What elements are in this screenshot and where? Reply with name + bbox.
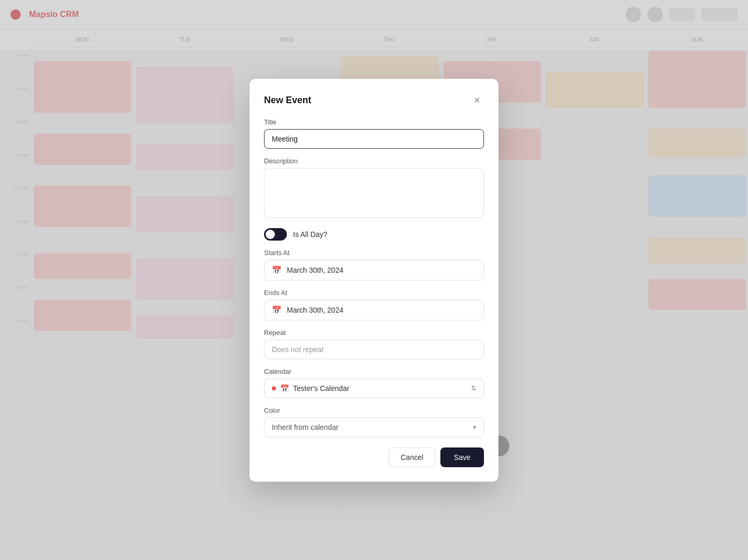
- calendar-value: Tester's Calendar: [293, 384, 350, 393]
- ends-at-label: Ends At: [264, 289, 484, 297]
- color-group: Color Inherit from calendar ▾: [264, 407, 484, 437]
- modal-actions: Cancel Save: [264, 447, 484, 467]
- close-button[interactable]: ✕: [469, 93, 484, 108]
- description-label: Description: [264, 157, 484, 165]
- title-input[interactable]: [264, 129, 484, 149]
- modal-overlay: New Event ✕ Title Description Is All Day…: [0, 0, 748, 560]
- description-group: Description: [264, 157, 484, 220]
- calendar-icon-end: 📅: [272, 305, 282, 315]
- title-group: Title: [264, 118, 484, 149]
- modal-header: New Event ✕: [264, 93, 484, 108]
- new-event-modal: New Event ✕ Title Description Is All Day…: [250, 79, 498, 482]
- title-label: Title: [264, 118, 484, 126]
- color-label: Color: [264, 407, 484, 414]
- repeat-field[interactable]: Does not repeat: [264, 340, 484, 359]
- starts-at-group: Starts At 📅 March 30th, 2024: [264, 249, 484, 281]
- calendar-color-dot: [272, 386, 276, 390]
- all-day-label: Is All Day?: [293, 230, 327, 239]
- calendar-select-left: 📅 Tester's Calendar: [272, 384, 350, 393]
- chevron-down-icon: ▾: [473, 424, 476, 431]
- ends-at-field[interactable]: 📅 March 30th, 2024: [264, 300, 484, 320]
- starts-at-field[interactable]: 📅 March 30th, 2024: [264, 260, 484, 281]
- modal-title: New Event: [264, 95, 311, 106]
- calendar-group: Calendar 📅 Tester's Calendar ⇅: [264, 368, 484, 398]
- chevron-updown-icon: ⇅: [471, 385, 476, 392]
- starts-at-label: Starts At: [264, 249, 484, 257]
- repeat-value: Does not repeat: [272, 345, 324, 354]
- calendar-icon-start: 📅: [272, 265, 282, 275]
- calendar-label: Calendar: [264, 368, 484, 375]
- save-button[interactable]: Save: [440, 447, 484, 467]
- description-input[interactable]: [264, 168, 484, 218]
- ends-at-group: Ends At 📅 March 30th, 2024: [264, 289, 484, 320]
- all-day-toggle[interactable]: [264, 228, 287, 241]
- calendar-select[interactable]: 📅 Tester's Calendar ⇅: [264, 379, 484, 398]
- starts-at-value: March 30th, 2024: [287, 266, 343, 274]
- all-day-row: Is All Day?: [264, 228, 484, 241]
- repeat-group: Repeat Does not repeat: [264, 329, 484, 359]
- calendar-emoji-icon: 📅: [280, 384, 289, 393]
- cancel-button[interactable]: Cancel: [389, 447, 435, 467]
- color-value: Inherit from calendar: [272, 423, 338, 431]
- repeat-label: Repeat: [264, 329, 484, 337]
- ends-at-value: March 30th, 2024: [287, 306, 343, 314]
- color-select[interactable]: Inherit from calendar ▾: [264, 417, 484, 437]
